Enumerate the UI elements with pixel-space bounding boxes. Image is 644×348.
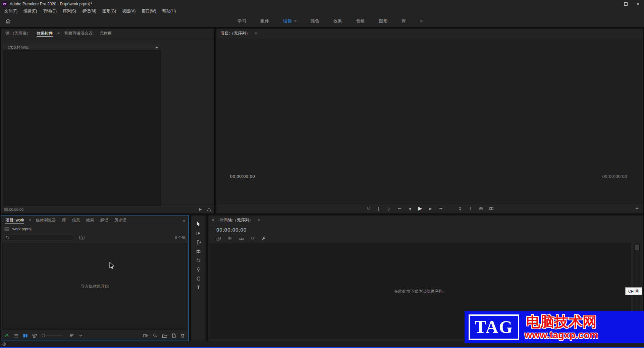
step-back-button[interactable]: ◀	[408, 207, 412, 210]
tab-effects[interactable]: 效果	[83, 215, 97, 225]
play-icon[interactable]: ▶	[199, 207, 202, 211]
minimize-button[interactable]	[608, 0, 620, 8]
tab-libraries[interactable]: 库	[59, 215, 69, 225]
razor-tool[interactable]	[194, 247, 203, 255]
tab-effect-controls[interactable]: 效果控件	[34, 29, 56, 38]
ime-indicator[interactable]: CH 简	[625, 287, 642, 295]
program-current-timecode: 00:00:00:00	[230, 174, 255, 179]
go-to-out-button[interactable]: ⇥	[439, 206, 443, 211]
search-bin-button[interactable]	[79, 235, 85, 240]
menu-edit[interactable]: 编辑(E)	[20, 8, 40, 14]
zoom-slider[interactable]	[42, 334, 62, 337]
timeline-timecode: 00;00;00;00	[216, 227, 247, 233]
workspace-tab-audio[interactable]: 音频	[356, 18, 365, 24]
pen-tool[interactable]	[194, 265, 203, 273]
tab-info[interactable]: 信息	[69, 215, 83, 225]
lift-button[interactable]: ↥	[458, 206, 463, 211]
automate-to-sequence-button[interactable]	[143, 334, 149, 338]
slip-tool[interactable]	[194, 256, 203, 264]
workspace-overflow-icon[interactable]: »	[420, 18, 423, 23]
workspace-tab-learn[interactable]: 学习	[237, 18, 246, 24]
tab-media-browser[interactable]: 媒体浏览器	[33, 215, 59, 225]
tab-markers[interactable]: 标记	[97, 215, 111, 225]
linked-selection-icon[interactable]	[239, 237, 244, 241]
menu-file[interactable]: 文件(F)	[1, 8, 20, 14]
add-marker-icon[interactable]	[251, 237, 255, 241]
sort-icon[interactable]	[69, 334, 74, 338]
icon-view-button[interactable]	[23, 334, 28, 338]
menu-window[interactable]: 窗口(W)	[139, 8, 159, 14]
menu-graphics[interactable]: 图形(G)	[99, 8, 119, 14]
find-button[interactable]	[153, 333, 158, 338]
workspace-tab-graphics[interactable]: 图形	[379, 18, 388, 24]
menu-view[interactable]: 视图(V)	[119, 8, 139, 14]
freeform-view-button[interactable]	[32, 334, 37, 338]
ime-mode: 简	[635, 289, 639, 294]
export-frame-button[interactable]	[479, 206, 483, 211]
workspace-menu-icon[interactable]: ≡	[294, 19, 296, 23]
menu-markers[interactable]: 标记(M)	[79, 8, 99, 14]
zoom-slider-knob[interactable]	[42, 334, 45, 337]
expand-arrow-icon[interactable]: ▶	[156, 46, 158, 49]
ripple-edit-tool[interactable]	[194, 238, 203, 246]
tab-timeline[interactable]: 时间轴:（无序列）	[217, 215, 256, 225]
menu-sequence[interactable]: 序列(S)	[60, 8, 79, 14]
search-input[interactable]	[4, 235, 73, 241]
button-editor-add-button[interactable]: +	[635, 205, 639, 212]
scrollbar-thumb-top[interactable]	[635, 245, 639, 250]
panel-menu-icon[interactable]: ≡	[253, 31, 258, 35]
list-view-button[interactable]	[13, 334, 18, 338]
play-button[interactable]: ▶	[418, 205, 423, 211]
step-forward-button[interactable]: ▶	[428, 207, 433, 210]
home-button[interactable]	[0, 15, 16, 27]
new-bin-button[interactable]	[162, 334, 167, 338]
workspace-tab-assembly[interactable]: 组件	[260, 18, 269, 24]
tab-audio-clip-mixer[interactable]: 音频剪辑混合器:	[61, 29, 97, 38]
panel-menu-icon[interactable]: ≡	[256, 218, 261, 222]
tab-program-monitor[interactable]: 节目:（无序列）	[218, 29, 253, 38]
selection-tool[interactable]	[194, 220, 203, 228]
close-button[interactable]: ×	[632, 0, 644, 8]
tab-project[interactable]: 项目: work	[2, 215, 27, 225]
chevron-down-icon[interactable]	[79, 334, 83, 337]
type-tool[interactable]: T	[194, 284, 203, 291]
project-empty-area[interactable]: 导入媒体以开始	[2, 243, 187, 330]
add-marker-button[interactable]	[366, 206, 371, 210]
snap-magnet-icon[interactable]	[228, 237, 232, 241]
track-select-forward-tool[interactable]	[194, 229, 203, 237]
panel-overflow-icon[interactable]: »	[181, 218, 187, 223]
workspace-tab-libraries[interactable]: 库	[402, 18, 406, 24]
new-item-button[interactable]	[172, 333, 176, 338]
watermark-logo: TAG	[469, 314, 519, 340]
maximize-button[interactable]	[620, 0, 632, 8]
tab-source-monitor[interactable]: 源:（无剪辑）	[2, 29, 34, 38]
program-monitor-viewport: 00:00:00:00 00:00:00:00	[217, 38, 643, 203]
program-duration-timecode: 00:00:00:00	[602, 174, 627, 179]
panel-menu-icon[interactable]: ≡	[56, 31, 61, 35]
hand-tool[interactable]	[194, 275, 203, 282]
comparison-view-button[interactable]	[489, 206, 494, 211]
go-to-in-button[interactable]: ⇤	[397, 206, 402, 211]
timeline-settings-wrench-icon[interactable]	[261, 236, 266, 241]
tab-metadata[interactable]: 元数据	[97, 29, 115, 38]
menu-help[interactable]: 帮助(H)	[159, 8, 179, 14]
workspace-tab-effects[interactable]: 效果	[333, 18, 342, 24]
watermark-banner: TAG 电脑技术网 www.tagxp.com	[465, 311, 644, 343]
delete-button[interactable]	[180, 333, 185, 338]
mark-in-button[interactable]: {	[376, 206, 381, 211]
project-writable-lock-icon[interactable]	[5, 333, 9, 338]
nest-toggle-icon[interactable]	[216, 237, 221, 241]
export-icon[interactable]	[207, 207, 211, 212]
project-toolbar	[1, 331, 189, 341]
panel-menu-icon[interactable]: ≡	[27, 218, 33, 222]
workspace-tab-editing[interactable]: 编辑 ≡	[283, 18, 296, 24]
menu-clip[interactable]: 剪辑(C)	[40, 8, 60, 14]
project-file-name: work.prproj	[12, 227, 32, 231]
source-timecode: 00:00:00:00	[4, 207, 23, 211]
extract-button[interactable]: ↧	[468, 206, 473, 211]
project-breadcrumb[interactable]: work.prproj	[1, 225, 35, 233]
workspace-tab-color[interactable]: 颜色	[311, 18, 319, 24]
panel-close-icon[interactable]: ×	[210, 218, 217, 222]
mark-out-button[interactable]: }	[387, 206, 391, 211]
tab-history[interactable]: 历史记	[111, 215, 129, 225]
